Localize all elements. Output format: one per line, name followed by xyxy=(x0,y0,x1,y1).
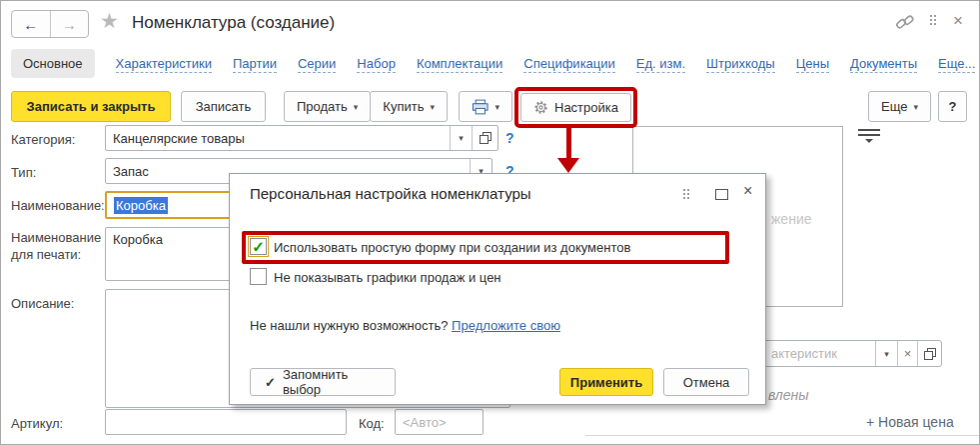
name-label: Наименование: xyxy=(11,198,105,213)
tab-serii[interactable]: Серии xyxy=(298,56,336,71)
link-icon[interactable] xyxy=(894,13,916,33)
dialog-close-icon[interactable]: × xyxy=(743,182,752,200)
category-label: Категория: xyxy=(11,132,75,147)
nav-tabs: Основное Характеристики Партии Серии Наб… xyxy=(11,49,980,78)
suggest-feature-link[interactable]: Предложите свою xyxy=(452,318,560,333)
category-dropdown-icon[interactable]: ▾ xyxy=(450,126,472,150)
tab-more[interactable]: Еще... ▾ xyxy=(938,56,980,71)
settings-button[interactable]: Настройка xyxy=(520,93,631,122)
remember-choice-button[interactable]: ✓ Запомнить выбор xyxy=(250,368,396,396)
characteristics-dropdown-icon[interactable]: ▾ xyxy=(875,341,897,366)
help-button[interactable]: ? xyxy=(938,91,967,122)
characteristics-open-icon[interactable] xyxy=(917,341,941,366)
dialog-maximize-icon[interactable] xyxy=(715,189,728,200)
cancel-button[interactable]: Отмена xyxy=(663,368,749,396)
personal-settings-dialog: Персональная настройка номенклатуры × ✓ … xyxy=(229,173,766,405)
buy-button[interactable]: Купить ▾ xyxy=(370,91,448,122)
window-close-icon[interactable]: × xyxy=(953,11,963,31)
chevron-down-icon: ▾ xyxy=(913,102,918,112)
window-menu-icon[interactable] xyxy=(930,15,936,25)
tab-komplektacii[interactable]: Комплектации xyxy=(417,56,502,71)
gear-icon xyxy=(533,100,548,115)
tab-osnovnoe[interactable]: Основное xyxy=(11,49,95,78)
category-open-icon[interactable] xyxy=(472,126,497,150)
description-label: Описание: xyxy=(11,296,74,311)
apply-button[interactable]: Применить xyxy=(559,368,653,396)
sku-input[interactable] xyxy=(105,409,347,435)
type-label: Тип: xyxy=(11,165,36,180)
tab-partii[interactable]: Партии xyxy=(233,56,277,71)
tab-ed-izm[interactable]: Ед. изм. xyxy=(636,56,685,71)
no-charts-checkbox-label[interactable]: Не показывать графики продаж и цен xyxy=(274,270,501,285)
print-button[interactable]: ▾ xyxy=(459,91,512,122)
printer-icon xyxy=(472,99,489,115)
dialog-menu-icon[interactable] xyxy=(683,189,689,199)
annotation-arrow-head xyxy=(557,158,579,173)
sell-button[interactable]: Продать ▾ xyxy=(284,91,371,122)
forward-button[interactable]: → xyxy=(51,11,89,37)
tab-nabor[interactable]: Набор xyxy=(357,56,396,71)
new-price-link[interactable]: + Новая цена xyxy=(866,414,954,430)
characteristics-clear-icon[interactable]: × xyxy=(897,341,917,366)
code-label: Код: xyxy=(359,416,385,431)
code-input[interactable] xyxy=(395,409,484,435)
check-icon: ✓ xyxy=(252,239,265,254)
settings-highlight-rect: Настройка xyxy=(514,87,637,128)
print-name-label: Наименование для печати: xyxy=(11,229,101,263)
category-help-icon[interactable]: ? xyxy=(505,130,514,146)
save-and-close-button[interactable]: Записать и закрыть xyxy=(11,91,171,122)
more-button[interactable]: Еще ▾ xyxy=(868,91,931,122)
category-field[interactable]: Канцелярские товары ▾ xyxy=(105,125,498,151)
chevron-down-icon: ▾ xyxy=(430,102,435,112)
simple-form-checkbox-label[interactable]: Использовать простую форму при создании … xyxy=(274,240,630,255)
chevron-down-icon: ▾ xyxy=(494,102,499,112)
image-placeholder-text-fragment: жение xyxy=(771,211,812,227)
collapse-header-icon[interactable] xyxy=(858,129,880,143)
tab-specifikacii[interactable]: Спецификации xyxy=(523,56,615,71)
selected-text: Коробка xyxy=(114,197,168,214)
sku-label: Артикул: xyxy=(11,416,63,431)
bottom-separator xyxy=(585,435,980,436)
annotation-arrow-line xyxy=(566,128,571,159)
no-charts-checkbox[interactable] xyxy=(250,268,267,285)
chevron-down-icon: ▾ xyxy=(354,102,359,112)
favorite-star-icon[interactable]: ★ xyxy=(100,9,119,33)
trade-buttons-group: Продать ▾ Купить ▾ xyxy=(284,91,448,122)
feature-question: Не нашли нужную возможность? Предложите … xyxy=(250,318,560,333)
simple-form-checkbox[interactable]: ✓ xyxy=(250,238,267,255)
dialog-title: Персональная настройка номенклатуры xyxy=(250,185,531,202)
app-window: ← → ★ Номенклатура (создание) × Основное… xyxy=(0,0,980,445)
check-icon: ✓ xyxy=(265,375,276,390)
characteristics-placeholder-fragment: актеристик xyxy=(771,346,837,361)
page-title: Номенклатура (создание) xyxy=(132,13,335,33)
tab-dokumenty[interactable]: Документы xyxy=(850,56,917,71)
tab-shtrihkody[interactable]: Штрихкоды xyxy=(706,56,775,71)
save-button[interactable]: Записать xyxy=(181,91,266,122)
tab-harakteristiki[interactable]: Характеристики xyxy=(116,56,212,71)
back-button[interactable]: ← xyxy=(12,11,51,37)
prices-status-fragment: влены xyxy=(768,387,809,403)
history-nav: ← → xyxy=(11,10,89,38)
tab-ceny[interactable]: Цены xyxy=(796,56,829,71)
